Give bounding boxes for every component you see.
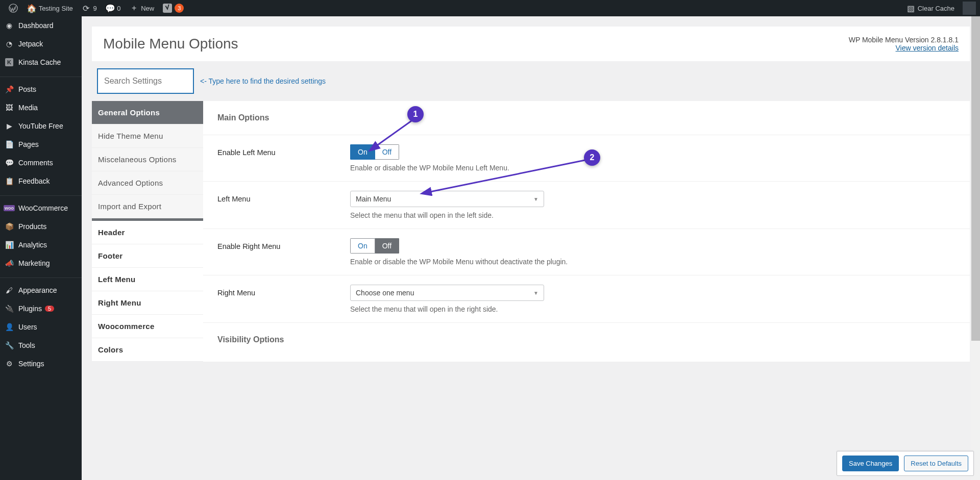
refresh-icon: ⟳ (81, 3, 91, 13)
site-title: Testing Site (39, 5, 73, 12)
comments-count: 0 (117, 5, 120, 12)
admin-toolbar: 🏠 Testing Site ⟳ 9 💬 0 + New 3 ▧ Clear C… (0, 0, 980, 16)
updates-link[interactable]: ⟳ 9 (77, 0, 101, 16)
yoast-link[interactable]: 3 (158, 0, 188, 16)
yoast-badge: 3 (175, 4, 184, 13)
updates-count: 9 (93, 5, 96, 12)
plus-icon: + (129, 3, 139, 13)
new-link[interactable]: + New (125, 0, 159, 16)
clear-cache-label: Clear Cache (918, 5, 954, 12)
clear-cache-link[interactable]: ▧ Clear Cache (901, 0, 959, 16)
yoast-icon (162, 3, 173, 13)
home-icon: 🏠 (27, 3, 37, 13)
comment-icon: 💬 (105, 3, 115, 13)
new-label: New (141, 5, 154, 12)
account-avatar[interactable] (963, 2, 976, 15)
chat-icon: ▧ (905, 3, 916, 13)
site-link[interactable]: 🏠 Testing Site (22, 0, 77, 16)
comments-link[interactable]: 💬 0 (101, 0, 125, 16)
wp-logo[interactable] (4, 0, 22, 16)
wordpress-icon (8, 3, 18, 13)
